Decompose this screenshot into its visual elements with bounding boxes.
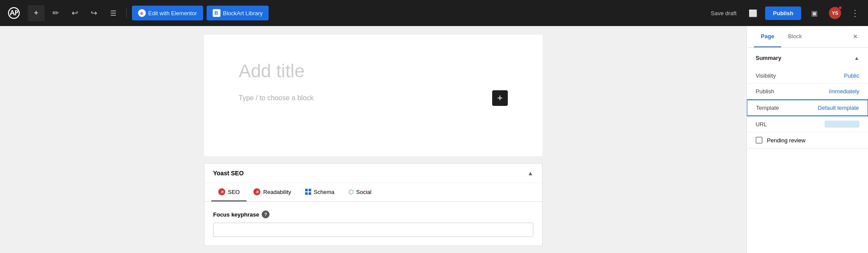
social-icon: ⬡: [349, 188, 354, 195]
sidebar-content: Summary ▲ Visibility Public Publish Imme…: [747, 48, 868, 253]
yoast-title: Yoast SEO: [213, 170, 244, 177]
pending-review-row: Pending review: [747, 132, 868, 148]
readability-status-icon: ✕: [253, 188, 260, 195]
avatar-button[interactable]: YS: [827, 5, 843, 21]
yoast-tab-social[interactable]: ⬡ Social: [342, 183, 378, 201]
pen-icon: ✏: [53, 8, 59, 18]
tools-button[interactable]: ☰: [105, 5, 121, 21]
sidebar: Page Block × Summary ▲ Visibility Public: [746, 26, 868, 253]
toolbar: + ✏ ↩ ↪ ☰ e Edit with Elementor B BlockA…: [0, 0, 868, 26]
edit-pen-button[interactable]: ✏: [48, 5, 64, 21]
undo-icon: ↩: [72, 8, 78, 18]
template-value[interactable]: Default template: [818, 105, 859, 111]
monitor-icon: ⬜: [749, 9, 757, 17]
yoast-tab-seo[interactable]: ✕ SEO: [211, 183, 247, 201]
readability-tab-label: Readability: [263, 189, 291, 195]
redo-button[interactable]: ↪: [86, 5, 102, 21]
sidebar-tab-bar: Page Block ×: [747, 26, 868, 48]
publish-row-label: Publish: [756, 88, 774, 95]
sidebar-toggle-button[interactable]: ▣: [806, 4, 823, 22]
publish-row: Publish Immediately: [747, 84, 868, 99]
url-label: URL: [756, 121, 767, 128]
avatar: YS: [829, 7, 841, 19]
sidebar-close-button[interactable]: ×: [849, 30, 861, 43]
close-icon: ×: [853, 32, 858, 41]
editor-area: Add title Type / to choose a block + Yoa…: [0, 26, 746, 253]
view-mode-button[interactable]: ⬜: [745, 5, 761, 21]
visibility-row: Visibility Public: [747, 68, 868, 84]
wp-logo[interactable]: [5, 4, 23, 22]
main-area: Add title Type / to choose a block + Yoa…: [0, 26, 868, 253]
pending-review-label: Pending review: [767, 137, 806, 144]
schema-icon: [305, 189, 311, 195]
visibility-label: Visibility: [756, 72, 776, 79]
add-block-canvas-button[interactable]: +: [492, 90, 508, 106]
elementor-button[interactable]: e Edit with Elementor: [132, 6, 203, 20]
block-placeholder-text[interactable]: Type / to choose a block: [239, 94, 485, 102]
summary-section: Summary ▲ Visibility Public Publish Imme…: [747, 48, 868, 148]
pending-review-checkbox[interactable]: [756, 137, 763, 144]
yoast-panel: Yoast SEO ▲ ✕ SEO ✕ Readability: [204, 163, 542, 246]
layout-icon: ▣: [811, 9, 818, 17]
yoast-tabs: ✕ SEO ✕ Readability Schema ⬡: [204, 183, 542, 202]
help-icon[interactable]: ?: [262, 210, 270, 218]
undo-button[interactable]: ↩: [67, 5, 83, 21]
seo-tab-label: SEO: [228, 189, 240, 195]
visibility-value[interactable]: Public: [844, 72, 859, 79]
blockart-button[interactable]: B BlockArt Library: [207, 6, 269, 20]
publish-row-value[interactable]: Immediately: [829, 88, 859, 95]
elementor-label: Edit with Elementor: [148, 10, 197, 16]
yoast-tab-readability[interactable]: ✕ Readability: [247, 183, 298, 201]
blockart-label: BlockArt Library: [223, 10, 263, 16]
url-row: URL: [747, 116, 868, 132]
notification-dot: [838, 6, 842, 10]
seo-status-icon: ✕: [218, 188, 225, 195]
yoast-collapse-icon: ▲: [527, 170, 533, 177]
save-draft-button[interactable]: Save draft: [707, 7, 741, 19]
hamburger-icon: ☰: [110, 9, 116, 17]
plus-icon: +: [34, 9, 39, 18]
social-tab-label: Social: [356, 189, 372, 195]
add-block-toolbar-button[interactable]: +: [28, 5, 45, 21]
tab-block[interactable]: Block: [781, 26, 809, 47]
url-value-blur[interactable]: [825, 121, 859, 128]
focus-keyphrase-input[interactable]: [213, 223, 533, 237]
schema-tab-label: Schema: [314, 189, 335, 195]
separator: [126, 8, 127, 18]
blockart-icon: B: [213, 9, 220, 17]
editor-canvas: Add title Type / to choose a block +: [204, 35, 542, 156]
yoast-content: Focus keyphrase ?: [204, 202, 542, 246]
tab-page[interactable]: Page: [754, 26, 781, 47]
yoast-tab-schema[interactable]: Schema: [298, 183, 342, 201]
summary-title: Summary: [756, 55, 781, 61]
elementor-icon: e: [138, 9, 146, 17]
toolbar-right: Save draft ⬜ Publish ▣ YS ⋮: [707, 4, 863, 22]
redo-icon: ↪: [91, 8, 97, 18]
summary-header[interactable]: Summary ▲: [747, 48, 868, 68]
publish-button[interactable]: Publish: [765, 7, 801, 20]
focus-keyphrase-label: Focus keyphrase ?: [213, 210, 533, 218]
block-placeholder-row: Type / to choose a block +: [239, 90, 508, 106]
post-title[interactable]: Add title: [239, 61, 508, 82]
summary-chevron-icon: ▲: [854, 55, 859, 61]
yoast-header[interactable]: Yoast SEO ▲: [204, 164, 542, 183]
more-options-button[interactable]: ⋮: [847, 6, 863, 20]
template-label: Template: [756, 105, 779, 111]
template-row: Template Default template: [747, 99, 868, 116]
